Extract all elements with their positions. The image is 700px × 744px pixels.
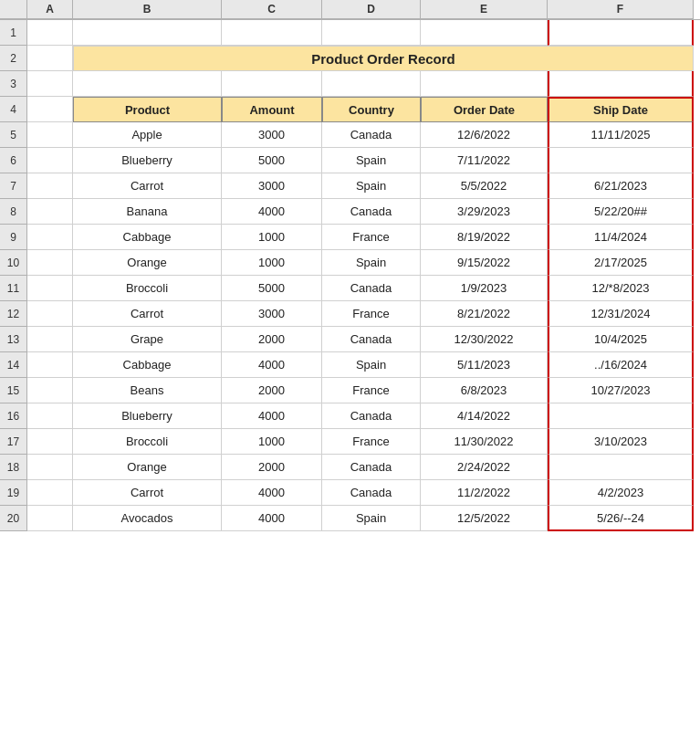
cell-amount: 3000 [222, 122, 322, 148]
cell-product: Carrot [73, 301, 222, 327]
cell [27, 480, 73, 506]
header-amount: Amount [222, 97, 322, 122]
row-num: 17 [0, 429, 27, 455]
cell-country: Canada [322, 122, 421, 148]
cell-amount: 4000 [222, 506, 322, 531]
row-num: 16 [0, 403, 27, 429]
table-row: 15 Beans 2000 France 6/8/2023 10/27/2023 [0, 378, 700, 403]
row-num: 4 [0, 97, 27, 122]
table-row: 14 Cabbage 4000 Spain 5/11/2023 ../16/20… [0, 352, 700, 378]
cell-ship-date [548, 148, 694, 173]
cell-country: Canada [322, 480, 421, 506]
cell [27, 403, 73, 429]
table-row: 13 Grape 2000 Canada 12/30/2022 10/4/202… [0, 327, 700, 352]
row-num: 2 [0, 46, 27, 71]
col-header-d: D [322, 0, 421, 19]
cell-product: Orange [73, 250, 222, 276]
cell-order-date: 2/24/2022 [421, 455, 548, 480]
cell-amount: 3000 [222, 173, 322, 199]
cell [27, 148, 73, 173]
cell-ship-date [548, 455, 694, 480]
table-row: 1 [0, 20, 700, 46]
cell-country: Canada [322, 455, 421, 480]
cell-country: France [322, 225, 421, 250]
cell [27, 173, 73, 199]
cell-product: Apple [73, 122, 222, 148]
cell-ship-date: 10/27/2023 [548, 378, 694, 403]
cell-c1 [222, 20, 322, 46]
table-row: 6 Blueberry 5000 Spain 7/11/2022 [0, 148, 700, 173]
cell-f3 [548, 71, 694, 97]
cell-ship-date: 4/2/2023 [548, 480, 694, 506]
cell-country: Canada [322, 199, 421, 225]
row-num: 8 [0, 199, 27, 225]
cell-order-date: 9/15/2022 [421, 250, 548, 276]
cell-ship-date: ../16/2024 [548, 352, 694, 378]
cell-amount: 1000 [222, 250, 322, 276]
cell-product: Carrot [73, 173, 222, 199]
header-ship-date: Ship Date [548, 97, 694, 122]
cell-order-date: 4/14/2022 [421, 403, 548, 429]
row-num: 11 [0, 276, 27, 301]
cell-country: Canada [322, 403, 421, 429]
cell [27, 276, 73, 301]
row-num: 12 [0, 301, 27, 327]
cell-a3 [27, 71, 73, 97]
cell [27, 429, 73, 455]
cell-a4 [27, 97, 73, 122]
cell-order-date: 7/11/2022 [421, 148, 548, 173]
col-header-b: B [73, 0, 222, 19]
cell [27, 378, 73, 403]
cell-product: Grape [73, 327, 222, 352]
cell-product: Banana [73, 199, 222, 225]
cell-country: France [322, 301, 421, 327]
row-num: 5 [0, 122, 27, 148]
table-row: 5 Apple 3000 Canada 12/6/2022 11/11/2025 [0, 122, 700, 148]
row-num: 6 [0, 148, 27, 173]
cell-country: Spain [322, 173, 421, 199]
cell-order-date: 12/30/2022 [421, 327, 548, 352]
cell-amount: 4000 [222, 403, 322, 429]
cell-amount: 2000 [222, 455, 322, 480]
cell-order-date: 11/2/2022 [421, 480, 548, 506]
cell-product: Cabbage [73, 225, 222, 250]
cell-amount: 4000 [222, 352, 322, 378]
cell-country: Spain [322, 506, 421, 531]
table-row: 3 [0, 71, 700, 97]
row-num: 7 [0, 173, 27, 199]
cell-ship-date: 10/4/2025 [548, 327, 694, 352]
table-row: 9 Cabbage 1000 France 8/19/2022 11/4/202… [0, 225, 700, 250]
cell [27, 199, 73, 225]
row-num: 3 [0, 71, 27, 97]
row-num: 13 [0, 327, 27, 352]
cell-a2 [27, 46, 73, 71]
cell-product: Blueberry [73, 403, 222, 429]
cell-country: Canada [322, 276, 421, 301]
cell-order-date: 11/30/2022 [421, 429, 548, 455]
cell-country: Spain [322, 352, 421, 378]
cell-order-date: 3/29/2023 [421, 199, 548, 225]
cell-ship-date: 11/11/2025 [548, 122, 694, 148]
cell [27, 506, 73, 531]
header-order-date: Order Date [421, 97, 548, 122]
row-num: 9 [0, 225, 27, 250]
cell-amount: 2000 [222, 378, 322, 403]
cell-product: Orange [73, 455, 222, 480]
col-header-f: F [548, 0, 694, 19]
spreadsheet-body: 1 2 Product Order Record 3 4 [0, 20, 700, 531]
cell-ship-date: 12/*8/2023 [548, 276, 694, 301]
cell-order-date: 6/8/2023 [421, 378, 548, 403]
cell-country: Spain [322, 148, 421, 173]
cell-order-date: 8/19/2022 [421, 225, 548, 250]
cell-e1 [421, 20, 548, 46]
cell [27, 327, 73, 352]
corner-cell [0, 0, 27, 19]
cell [27, 122, 73, 148]
cell-order-date: 5/5/2022 [421, 173, 548, 199]
table-row: 2 Product Order Record [0, 46, 700, 71]
cell-product: Beans [73, 378, 222, 403]
table-row: 12 Carrot 3000 France 8/21/2022 12/31/20… [0, 301, 700, 327]
row-num: 10 [0, 250, 27, 276]
cell-amount: 2000 [222, 327, 322, 352]
cell [27, 250, 73, 276]
